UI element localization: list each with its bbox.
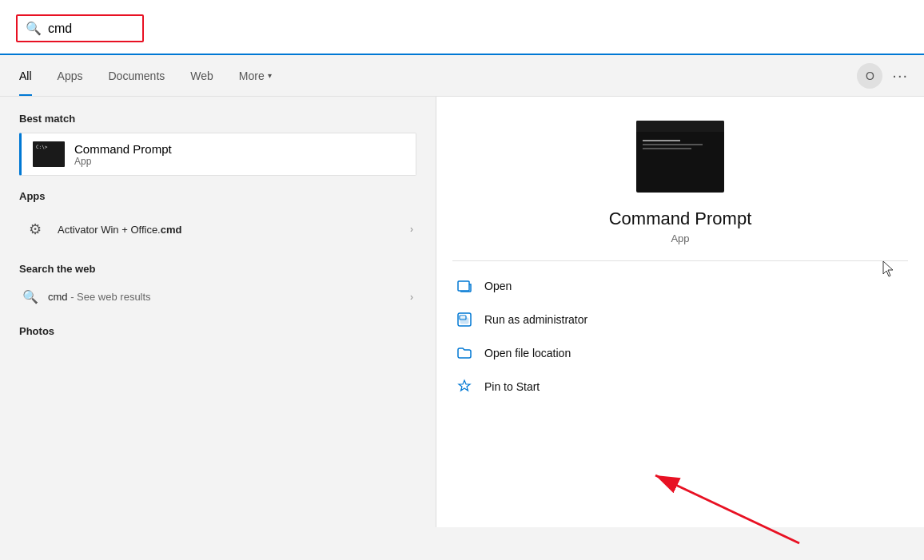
action-run-admin-label: Run as administrator	[484, 313, 587, 326]
search-icon: 🔍	[26, 21, 42, 36]
tab-web[interactable]: Web	[177, 55, 226, 96]
search-web-icon: 🔍	[22, 289, 38, 304]
web-section: Search the web 🔍 cmd - See web results ›	[19, 263, 416, 311]
search-input[interactable]: cmd	[48, 22, 72, 36]
action-run-as-admin[interactable]: Run as administrator	[452, 303, 908, 336]
cmd-bar-2	[643, 144, 703, 145]
action-pin-start-label: Pin to Start	[484, 380, 540, 393]
action-list: Open Run as administrator	[436, 269, 924, 403]
best-match-type: App	[74, 156, 172, 167]
left-panel: Best match Command Prompt App Apps ⚙ Act…	[0, 97, 436, 527]
action-open-label: Open	[484, 280, 512, 292]
best-match-title: Best match	[19, 113, 416, 125]
more-options-button[interactable]: ···	[892, 66, 908, 85]
tab-more[interactable]: More ▾	[226, 55, 285, 96]
tab-apps[interactable]: Apps	[45, 55, 96, 96]
search-bar[interactable]: 🔍 cmd	[16, 14, 144, 42]
best-match-text: Command Prompt App	[74, 142, 172, 167]
tabs-left: All Apps Documents Web More ▾	[16, 55, 285, 96]
divider	[452, 260, 908, 261]
cmd-bar-3	[643, 148, 691, 149]
web-chevron-right-icon: ›	[410, 292, 413, 303]
web-search-item[interactable]: 🔍 cmd - See web results ›	[19, 283, 416, 311]
circle-button[interactable]: O	[857, 63, 882, 89]
action-file-location-label: Open file location	[484, 347, 571, 359]
app-list-item[interactable]: ⚙ Activator Win + Office.cmd ›	[19, 210, 416, 248]
right-panel-title: Command Prompt	[609, 209, 752, 229]
best-match-item[interactable]: Command Prompt App	[19, 133, 416, 176]
photos-section: Photos	[19, 325, 416, 337]
main-content: Best match Command Prompt App Apps ⚙ Act…	[0, 97, 924, 527]
gear-icon: ⚙	[22, 216, 48, 242]
command-prompt-icon-large	[636, 121, 724, 193]
tabs-right: O ···	[857, 63, 908, 89]
tab-documents[interactable]: Documents	[95, 55, 177, 96]
best-match-name: Command Prompt	[74, 142, 172, 156]
pin-icon	[456, 378, 473, 395]
tab-all[interactable]: All	[16, 55, 45, 96]
photos-section-title: Photos	[19, 325, 416, 337]
action-pin-to-start[interactable]: Pin to Start	[452, 370, 908, 403]
folder-icon	[456, 344, 473, 362]
right-panel: Command Prompt App Open	[436, 97, 924, 527]
tabs-container: All Apps Documents Web More ▾ O ···	[0, 55, 924, 97]
admin-icon	[456, 311, 473, 328]
chevron-down-icon: ▾	[268, 71, 272, 80]
action-open[interactable]: Open	[452, 269, 908, 303]
app-item-text: Activator Win + Office.cmd	[58, 224, 400, 236]
svg-rect-2	[460, 318, 468, 324]
apps-section-title: Apps	[19, 190, 416, 202]
apps-section: Apps ⚙ Activator Win + Office.cmd ›	[19, 190, 416, 248]
command-prompt-icon-small	[33, 141, 65, 167]
svg-rect-0	[458, 281, 469, 291]
action-open-file-location[interactable]: Open file location	[452, 336, 908, 370]
search-bar-container: 🔍 cmd	[0, 0, 924, 55]
cmd-bar-1	[643, 140, 680, 141]
open-icon	[456, 277, 473, 295]
chevron-right-icon: ›	[410, 224, 413, 235]
web-item-text: cmd - See web results	[48, 291, 400, 303]
web-section-title: Search the web	[19, 263, 416, 275]
right-panel-subtitle: App	[671, 232, 689, 244]
